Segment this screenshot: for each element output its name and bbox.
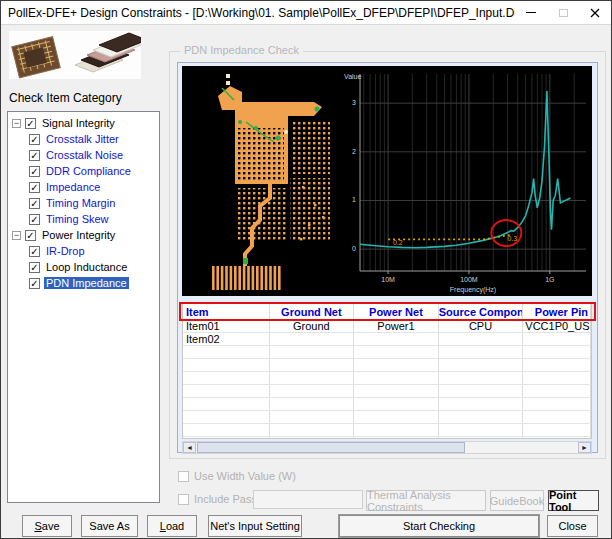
- close-button[interactable]: [579, 1, 611, 24]
- checkbox-icon[interactable]: ✓: [29, 150, 40, 161]
- tree-item-ir-drop[interactable]: ✓IR-Drop: [9, 243, 159, 259]
- column-header-ground-net: Ground Net: [270, 304, 355, 319]
- svg-text:2: 2: [352, 148, 356, 155]
- svg-text:1G: 1G: [545, 276, 554, 283]
- table-cell: [270, 385, 355, 397]
- thermal-analysis-button: Thermal Analysis Constraints: [366, 490, 486, 511]
- expander-minus-icon[interactable]: −: [12, 231, 21, 240]
- table-cell: [439, 424, 524, 436]
- table-cell: [523, 424, 591, 436]
- minimize-button[interactable]: [515, 1, 547, 24]
- scroll-left-icon[interactable]: ◄: [183, 442, 196, 453]
- table-empty-row[interactable]: [183, 346, 591, 359]
- maximize-button[interactable]: [547, 1, 579, 24]
- table-cell: [270, 333, 355, 345]
- checkbox-icon[interactable]: ✓: [29, 214, 40, 225]
- include-pass-input: [253, 490, 363, 509]
- checkbox-icon[interactable]: ✓: [25, 230, 36, 241]
- tree-item-ddr-compliance[interactable]: ✓DDR Compliance: [9, 163, 159, 179]
- tree-item-timing-skew[interactable]: ✓Timing Skew: [9, 211, 159, 227]
- table-empty-row[interactable]: [183, 437, 591, 439]
- checkbox-icon[interactable]: ✓: [25, 118, 36, 129]
- table-cell: [523, 372, 591, 384]
- tree-item-power-integrity[interactable]: −✓Power Integrity: [9, 227, 159, 243]
- table-cell: [183, 385, 270, 397]
- checkbox-icon[interactable]: ✓: [29, 262, 40, 273]
- horizontal-scrollbar[interactable]: ◄ ►: [182, 441, 592, 454]
- table-cell: [523, 333, 591, 345]
- tree-item-pdn-impedance[interactable]: ✓PDN Impedance: [9, 275, 159, 291]
- tree-item-timing-margin[interactable]: ✓Timing Margin: [9, 195, 159, 211]
- column-header-source-component: Source Component: [439, 304, 524, 319]
- close-dialog-button[interactable]: Close: [547, 515, 598, 537]
- tree-item-crosstalk-jitter[interactable]: ✓Crosstalk Jitter: [9, 131, 159, 147]
- tree-item-loop-inductance[interactable]: ✓Loop Inductance: [9, 259, 159, 275]
- tree-item-label: DDR Compliance: [44, 165, 133, 177]
- load-button[interactable]: Load: [147, 515, 197, 537]
- preview-area: 012310M100M1GValueFrequency(Hz)0.20.3: [182, 66, 592, 296]
- save-as-button[interactable]: Save As: [81, 515, 138, 537]
- table-cell: [183, 424, 270, 436]
- tree-item-impedance[interactable]: ✓Impedance: [9, 179, 159, 195]
- svg-text:1: 1: [352, 196, 356, 203]
- load-button-label: Load: [160, 520, 184, 532]
- table-cell: [270, 346, 355, 358]
- checkbox-icon[interactable]: ✓: [29, 166, 40, 177]
- close-dialog-label: Close: [558, 520, 586, 532]
- guidebook-button: GuideBook: [490, 490, 544, 511]
- svg-text:10M: 10M: [381, 276, 395, 283]
- tree-item-label: IR-Drop: [44, 245, 87, 257]
- scroll-right-icon[interactable]: ►: [578, 442, 591, 453]
- tree-item-signal-integrity[interactable]: −✓Signal Integrity: [9, 115, 159, 131]
- table-cell: [439, 333, 524, 345]
- tree-item-crosstalk-noise[interactable]: ✓Crosstalk Noise: [9, 147, 159, 163]
- save-button[interactable]: Save: [22, 515, 72, 537]
- checkbox-icon[interactable]: ✓: [29, 278, 40, 289]
- table-empty-row[interactable]: [183, 398, 591, 411]
- table-cell: [354, 398, 439, 410]
- table-empty-row[interactable]: [183, 359, 591, 372]
- checkbox-icon[interactable]: ✓: [29, 182, 40, 193]
- nets-input-setting-button[interactable]: Net's Input Setting: [208, 515, 302, 537]
- table-cell: [354, 437, 439, 439]
- check-item-tree[interactable]: −✓Signal Integrity✓Crosstalk Jitter✓Cros…: [7, 111, 160, 503]
- table-row[interactable]: Item02: [183, 333, 591, 346]
- point-tool-button[interactable]: Point Tool: [548, 490, 599, 511]
- pcb-layout-image: [182, 66, 342, 296]
- table-empty-row[interactable]: [183, 372, 591, 385]
- table-cell: [523, 359, 591, 371]
- table-empty-row[interactable]: [183, 385, 591, 398]
- table-cell: Item02: [183, 333, 270, 345]
- include-pass-checkbox: [178, 494, 189, 505]
- table-cell: VCC1P0_USB: FB113: [523, 320, 591, 332]
- expander-minus-icon[interactable]: −: [12, 119, 21, 128]
- table-header-row: ItemGround NetPower NetSource ComponentP…: [183, 304, 591, 320]
- checkbox-icon[interactable]: ✓: [29, 134, 40, 145]
- checkbox-icon[interactable]: ✓: [29, 198, 40, 209]
- table-cell: Power1: [354, 320, 439, 332]
- table-cell: [270, 372, 355, 384]
- table-cell: [439, 385, 524, 397]
- start-checking-button[interactable]: Start Checking: [339, 515, 539, 537]
- table-cell: [270, 424, 355, 436]
- table-row[interactable]: Item01GroundPower1CPUVCC1P0_USB: FB113: [183, 320, 591, 333]
- table-cell: [439, 437, 524, 439]
- table-cell: [354, 385, 439, 397]
- svg-text:Frequency(Hz): Frequency(Hz): [450, 286, 496, 294]
- banner-image: [9, 31, 141, 79]
- result-panel: 012310M100M1GValueFrequency(Hz)0.20.3 It…: [177, 62, 598, 453]
- scrollbar-thumb[interactable]: [197, 442, 465, 453]
- title-bar: PollEx-DFE+ Design Constraints - [D:\Wor…: [1, 1, 611, 25]
- svg-text:Value: Value: [344, 73, 361, 80]
- checkbox-icon[interactable]: ✓: [29, 246, 40, 257]
- svg-text:100M: 100M: [460, 276, 478, 283]
- table-empty-row[interactable]: [183, 411, 591, 424]
- tree-item-label: Impedance: [44, 181, 102, 193]
- dialog-window: PollEx-DFE+ Design Constraints - [D:\Wor…: [0, 0, 612, 539]
- table-cell: [354, 424, 439, 436]
- table-cell: [183, 411, 270, 423]
- table-cell: [523, 385, 591, 397]
- table-empty-row[interactable]: [183, 424, 591, 437]
- table-cell: [523, 411, 591, 423]
- tree-item-label: Crosstalk Jitter: [44, 133, 121, 145]
